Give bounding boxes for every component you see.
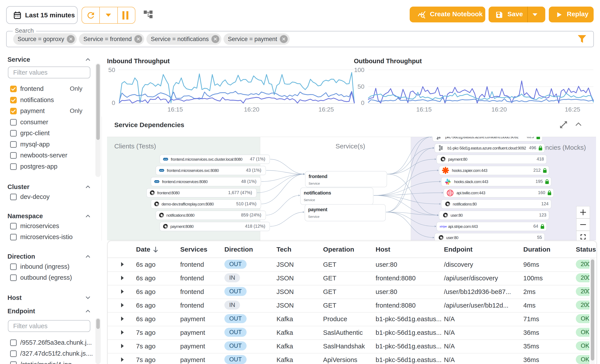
svg-text:123: 123 [539, 212, 546, 217]
svg-text:859 (24%): 859 (24%) [241, 212, 261, 217]
svg-text:47 (1%): 47 (1%) [250, 156, 265, 161]
svg-text:496: 496 [529, 145, 536, 150]
svg-text:623: 623 [527, 137, 534, 139]
svg-text:notifications:8080: notifications:8080 [166, 213, 195, 218]
svg-text:stripe: stripe [440, 225, 447, 228]
svg-text:100: 100 [354, 66, 364, 73]
svg-text:16:25: 16:25 [319, 106, 334, 113]
svg-text:Service: Service [308, 215, 319, 218]
svg-text:hooks.zapier.com:443: hooks.zapier.com:443 [452, 168, 488, 173]
svg-text:0: 0 [361, 100, 364, 106]
svg-text:frontend: frontend [309, 174, 327, 179]
svg-text:HTTP: HTTP [160, 170, 163, 171]
svg-text:frontend.microservices.svc:808: frontend.microservices.svc:8080 [167, 168, 219, 173]
svg-text:418: 418 [537, 156, 544, 161]
svg-text:payment:8080: payment:8080 [170, 224, 194, 229]
svg-text:Service: Service [309, 182, 320, 185]
svg-text:frontend:8080: frontend:8080 [157, 191, 180, 195]
svg-text:50: 50 [357, 83, 364, 90]
svg-text:160: 160 [538, 190, 545, 195]
svg-text:notifications: notifications [304, 190, 331, 196]
svg-text:195: 195 [536, 179, 543, 184]
svg-text:43 (1%): 43 (1%) [246, 168, 261, 173]
svg-text:hooks.slack.com:443: hooks.slack.com:443 [454, 180, 488, 184]
svg-text:510 (14%): 510 (14%) [236, 201, 256, 206]
svg-text:16:15: 16:15 [416, 106, 432, 113]
svg-text:Service: Service [304, 198, 315, 202]
svg-text:212: 212 [534, 168, 541, 173]
svg-text:16:15: 16:15 [168, 106, 183, 113]
svg-text:418 (12%): 418 (12%) [245, 224, 265, 228]
svg-text:api.twilio.com:443: api.twilio.com:443 [457, 191, 485, 195]
svg-text:16:20: 16:20 [491, 106, 507, 113]
svg-text:payment:80: payment:80 [448, 157, 468, 162]
svg-text:demo-dev.trafficreplay.com:808: demo-dev.trafficreplay.com:8080 [161, 202, 214, 206]
svg-text:payment: payment [308, 207, 328, 212]
svg-text:b1-pkc-56d1g.eastus.azure.conf: b1-pkc-56d1g.eastus.azure.confluent.clou… [448, 146, 526, 150]
svg-text:frontend.microservices.svc.clu: frontend.microservices.svc.cluster.local… [171, 157, 243, 162]
svg-text:user:80: user:80 [446, 236, 459, 240]
svg-text:16:20: 16:20 [244, 106, 259, 113]
svg-text:55: 55 [537, 235, 542, 240]
svg-text:HTTP: HTTP [164, 159, 167, 160]
svg-text:0: 0 [112, 100, 115, 106]
svg-text:50: 50 [108, 66, 115, 73]
svg-text:user:80: user:80 [450, 213, 463, 218]
svg-text:1,677 (47%): 1,677 (47%) [228, 190, 252, 195]
svg-text:48 (1%): 48 (1%) [241, 179, 256, 184]
svg-text:frontend.microservices:8080: frontend.microservices:8080 [162, 180, 208, 184]
svg-text:64: 64 [534, 224, 538, 228]
svg-text:api.stripe.com:443: api.stripe.com:443 [448, 224, 478, 229]
svg-text:124: 124 [541, 201, 549, 206]
svg-text:16:25: 16:25 [565, 106, 580, 113]
svg-text:notifications:80: notifications:80 [453, 202, 477, 206]
svg-text:pkc-56d1g.eastus.azure.conflue: pkc-56d1g.eastus.azure.confluent.cloud:9… [445, 137, 519, 139]
svg-text:HTTP: HTTP [155, 181, 159, 182]
